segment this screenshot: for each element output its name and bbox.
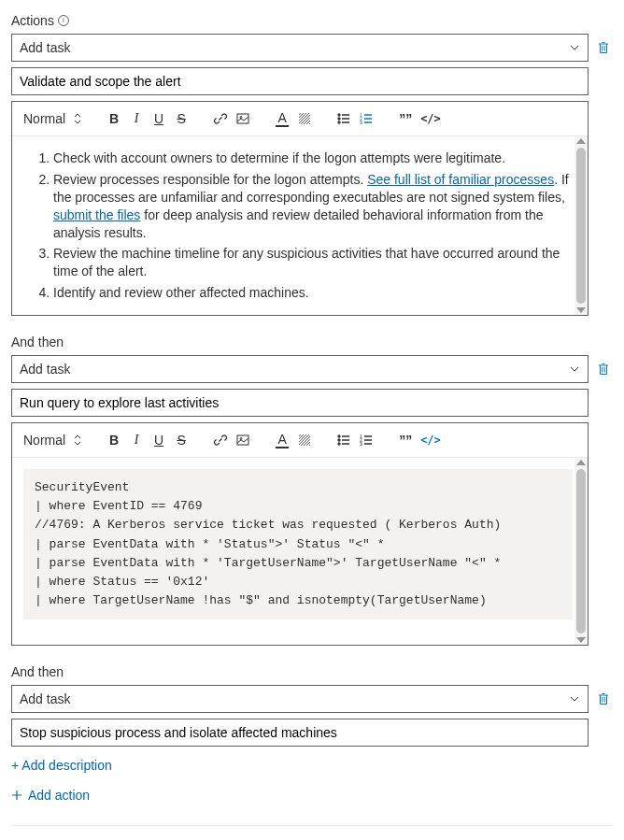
text-color-button[interactable]: A	[271, 429, 293, 451]
image-button[interactable]	[232, 107, 254, 130]
svg-rect-11	[299, 434, 310, 446]
list-item: Check with account owners to determine i…	[53, 149, 573, 167]
scroll-down-icon[interactable]	[576, 307, 586, 313]
svg-point-3	[338, 114, 340, 116]
familiar-processes-link[interactable]: See full list of familiar processes	[367, 172, 554, 187]
add-action-label: Add action	[28, 788, 90, 803]
svg-rect-2	[299, 113, 310, 124]
scroll-up-icon[interactable]	[576, 460, 586, 465]
editor-toolbar: Normal B I U S A	[12, 423, 588, 458]
bold-button[interactable]: B	[103, 429, 125, 451]
action-type-value: Add task	[20, 362, 70, 377]
add-action-button[interactable]: Add action	[11, 788, 90, 803]
bold-button[interactable]: B	[103, 107, 125, 130]
text-color-button[interactable]: A	[271, 107, 293, 130]
submit-files-link[interactable]: submit the files	[53, 207, 140, 222]
numbered-list-button[interactable]: 123	[355, 107, 377, 130]
scroll-up-icon[interactable]	[576, 138, 586, 144]
underline-button[interactable]: U	[148, 107, 170, 130]
and-then-label: And then	[11, 335, 613, 349]
delete-action-button[interactable]	[594, 355, 613, 383]
rich-text-editor: Normal B I U S A	[11, 422, 589, 646]
action-title-input[interactable]	[11, 719, 589, 747]
rich-text-editor: Normal B I U S A	[11, 101, 589, 316]
svg-point-4	[338, 118, 340, 120]
chevron-down-icon	[569, 42, 580, 53]
action-type-value: Add task	[20, 691, 70, 706]
svg-point-14	[338, 443, 340, 445]
list-item: Review processes responsible for the log…	[53, 171, 573, 242]
scrollbar[interactable]	[574, 136, 588, 315]
action-type-select[interactable]: Add task	[11, 34, 589, 62]
add-description-link[interactable]: + Add description	[11, 758, 112, 773]
italic-button[interactable]: I	[125, 429, 148, 451]
chevron-down-icon	[569, 363, 580, 375]
scrollbar[interactable]	[574, 458, 588, 645]
underline-button[interactable]: U	[148, 429, 170, 451]
list-item: Identify and review other affected machi…	[53, 284, 573, 302]
link-button[interactable]	[209, 107, 232, 130]
action-title-input[interactable]	[11, 67, 589, 95]
strike-button[interactable]: S	[170, 429, 192, 451]
numbered-list-button[interactable]: 123	[355, 429, 377, 451]
strike-button[interactable]: S	[170, 107, 192, 130]
editor-toolbar: Normal B I U S A	[12, 102, 588, 136]
svg-text:3: 3	[360, 120, 362, 125]
actions-title: Actions	[11, 13, 54, 28]
code-block: SecurityEvent | where EventID == 4769 //…	[23, 469, 573, 619]
steps-list: Check with account owners to determine i…	[53, 149, 573, 302]
delete-action-button[interactable]	[594, 34, 613, 62]
info-icon[interactable]: i	[58, 15, 69, 26]
bulleted-list-button[interactable]	[333, 107, 355, 130]
delete-action-button[interactable]	[594, 685, 613, 713]
highlight-button[interactable]	[293, 429, 316, 451]
format-select[interactable]: Normal	[18, 107, 86, 130]
bulleted-list-button[interactable]	[333, 429, 355, 451]
divider	[11, 825, 613, 826]
editor-content[interactable]: Check with account owners to determine i…	[12, 136, 588, 315]
svg-point-1	[240, 117, 242, 119]
link-button[interactable]	[209, 429, 232, 451]
and-then-label: And then	[11, 664, 613, 679]
scroll-thumb[interactable]	[576, 148, 586, 304]
action-type-select[interactable]: Add task	[11, 685, 589, 713]
list-item: Review the machine timeline for any susp…	[53, 245, 573, 280]
svg-point-5	[338, 121, 340, 123]
svg-point-10	[240, 438, 242, 440]
image-button[interactable]	[232, 429, 254, 451]
scroll-down-icon[interactable]	[576, 637, 586, 643]
code-button[interactable]: </>	[417, 107, 445, 130]
format-select-label: Normal	[21, 111, 67, 126]
scroll-thumb[interactable]	[576, 469, 586, 634]
action-title-input[interactable]	[11, 389, 589, 417]
editor-content[interactable]: SecurityEvent | where EventID == 4769 //…	[12, 458, 588, 645]
svg-point-13	[338, 439, 340, 441]
action-type-select[interactable]: Add task	[11, 355, 589, 383]
quote-button[interactable]: ””	[394, 107, 417, 130]
svg-text:3: 3	[360, 441, 362, 447]
actions-header: Actions i	[11, 13, 613, 28]
format-select[interactable]: Normal	[18, 429, 86, 451]
action-type-value: Add task	[20, 40, 70, 55]
quote-button[interactable]: ””	[394, 429, 417, 451]
svg-point-12	[338, 435, 340, 437]
chevron-down-icon	[569, 693, 580, 705]
code-button[interactable]: </>	[417, 429, 445, 451]
highlight-button[interactable]	[293, 107, 316, 130]
italic-button[interactable]: I	[125, 107, 148, 130]
format-select-label: Normal	[21, 433, 67, 448]
